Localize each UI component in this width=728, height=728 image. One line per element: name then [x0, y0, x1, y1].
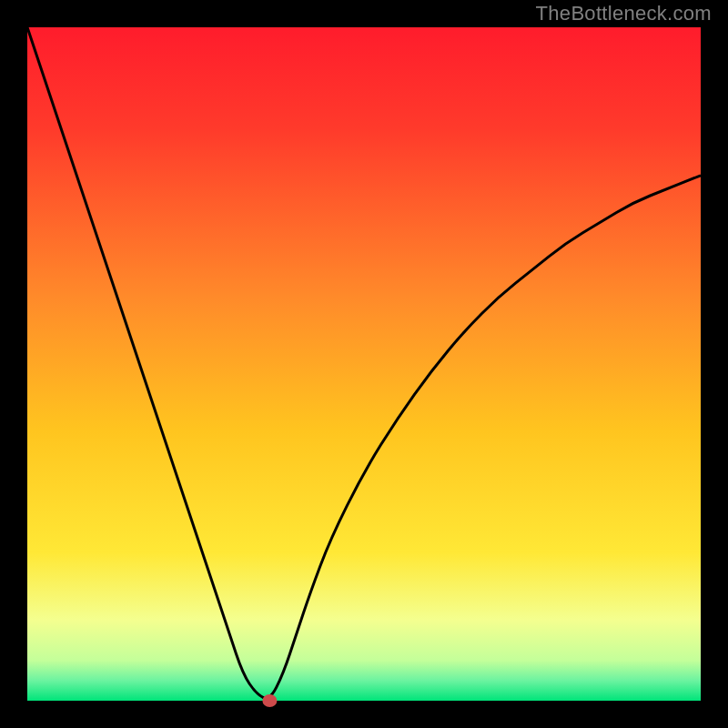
chart-frame: { "watermark": "TheBottleneck.com", "col… — [0, 0, 728, 728]
chart-svg — [0, 0, 728, 728]
optimal-point-marker — [262, 694, 277, 707]
plot-background — [27, 27, 701, 701]
watermark-text: TheBottleneck.com — [536, 2, 712, 25]
